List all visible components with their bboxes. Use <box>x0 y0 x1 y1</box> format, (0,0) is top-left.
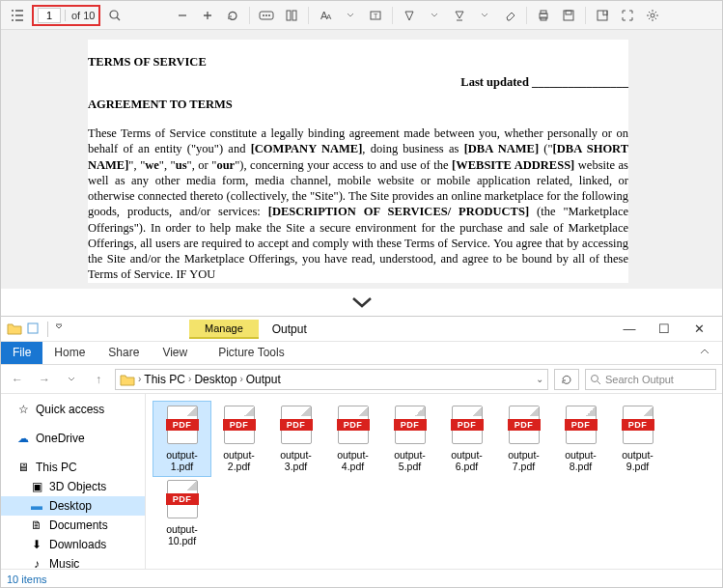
nav-onedrive[interactable]: ☁OneDrive <box>1 429 145 448</box>
desktop-icon: ▬ <box>30 499 43 513</box>
nav-pane: ☆Quick access ☁OneDrive 🖥This PC ▣3D Obj… <box>1 394 146 569</box>
svg-point-19 <box>592 375 598 381</box>
nav-music[interactable]: ♪Music <box>1 554 145 569</box>
minimize-button[interactable]: — <box>612 319 647 340</box>
search-placeholder: Search Output <box>605 374 674 385</box>
nav-desktop[interactable]: ▬Desktop <box>1 496 145 516</box>
chevron-down-icon[interactable] <box>424 5 445 26</box>
eraser-icon[interactable] <box>499 5 520 26</box>
ribbon-file[interactable]: File <box>1 342 42 364</box>
chevron-down-icon[interactable] <box>340 5 361 26</box>
tab-manage[interactable]: Manage <box>189 320 259 339</box>
ribbon-picture-tools[interactable]: Picture Tools <box>207 342 295 364</box>
save-icon[interactable] <box>558 5 579 26</box>
recent-dropdown[interactable] <box>61 369 82 390</box>
file-item[interactable]: PDFoutput-2.pdf <box>210 402 267 476</box>
svg-rect-6 <box>292 11 296 20</box>
print-icon[interactable] <box>533 5 554 26</box>
forward-button[interactable]: → <box>34 369 55 390</box>
pdf-content-area[interactable]: TERMS OF SERVICE Last updated __________… <box>1 30 722 289</box>
nav-3dobjects[interactable]: ▣3D Objects <box>1 477 145 496</box>
page-layout-icon[interactable] <box>281 5 302 26</box>
back-button[interactable]: ← <box>7 369 28 390</box>
fullscreen-icon[interactable] <box>617 5 638 26</box>
doc-body: These Terms of Service constitute a lega… <box>88 126 628 283</box>
file-item[interactable]: PDFoutput-3.pdf <box>267 402 324 476</box>
nav-thispc[interactable]: 🖥This PC <box>1 458 145 477</box>
file-label: output-10.pdf <box>155 524 209 546</box>
outline-icon[interactable] <box>7 5 28 26</box>
fit-width-icon[interactable] <box>256 5 277 26</box>
search-icon[interactable] <box>104 5 125 26</box>
file-item[interactable]: PDFoutput-6.pdf <box>438 402 495 476</box>
maximize-button[interactable]: ☐ <box>647 319 681 340</box>
folder-icon <box>7 322 22 337</box>
rotate-icon[interactable] <box>222 5 243 26</box>
ribbon-home[interactable]: Home <box>42 342 97 364</box>
pdf-file-icon: PDF <box>164 406 201 448</box>
search-icon <box>590 374 601 385</box>
download-icon: ⬇ <box>30 538 43 551</box>
nav-downloads[interactable]: ⬇Downloads <box>1 535 145 554</box>
file-grid[interactable]: PDFoutput-1.pdfPDFoutput-2.pdfPDFoutput-… <box>146 394 722 569</box>
zoom-in-icon[interactable] <box>197 5 218 26</box>
doc-heading-1: TERMS OF SERVICE <box>88 55 628 70</box>
up-button[interactable]: ↑ <box>88 369 109 390</box>
qat-dropdown-icon[interactable] <box>54 322 70 337</box>
file-item[interactable]: PDFoutput-9.pdf <box>609 402 666 476</box>
svg-point-3 <box>265 14 267 16</box>
file-label: output-6.pdf <box>440 450 494 472</box>
ribbon-share[interactable]: Share <box>97 342 151 364</box>
file-item[interactable]: PDFoutput-4.pdf <box>324 402 381 476</box>
underline-icon[interactable] <box>449 5 470 26</box>
pdf-file-icon: PDF <box>563 406 599 448</box>
file-item[interactable]: PDFoutput-7.pdf <box>495 402 552 476</box>
file-label: output-4.pdf <box>326 450 380 472</box>
search-input[interactable]: Search Output <box>585 369 716 390</box>
pdf-file-icon: PDF <box>449 406 486 448</box>
file-label: output-5.pdf <box>383 450 437 472</box>
svg-point-17 <box>651 14 654 17</box>
file-item[interactable]: PDFoutput-10.pdf <box>153 476 210 550</box>
file-label: output-2.pdf <box>212 450 266 472</box>
nav-quick-access[interactable]: ☆Quick access <box>1 400 145 419</box>
file-explorer: Manage Output — ☐ ✕ File Home Share View… <box>1 316 722 588</box>
close-button[interactable]: ✕ <box>681 319 716 340</box>
music-icon: ♪ <box>30 557 43 569</box>
refresh-button[interactable] <box>554 369 579 390</box>
text-tool-icon[interactable]: AA <box>315 5 336 26</box>
title-bar: Manage Output — ☐ ✕ <box>1 317 722 342</box>
chevron-down-icon[interactable] <box>474 5 495 26</box>
file-item[interactable]: PDFoutput-1.pdf <box>153 402 210 476</box>
breadcrumb-dropdown-icon[interactable]: ⌄ <box>536 374 543 384</box>
ribbon-collapse-icon[interactable] <box>687 342 722 364</box>
breadcrumb[interactable]: › This PC › Desktop › Output ⌄ <box>115 369 548 390</box>
breadcrumb-output[interactable]: Output <box>246 373 281 386</box>
pdf-file-icon: PDF <box>221 406 258 448</box>
collapse-chevron[interactable] <box>1 289 722 316</box>
svg-rect-15 <box>566 11 571 14</box>
zoom-out-icon[interactable] <box>172 5 193 26</box>
pdf-page: TERMS OF SERVICE Last updated __________… <box>88 40 628 283</box>
select-icon[interactable] <box>26 322 42 337</box>
window-title: Output <box>259 320 320 339</box>
svg-point-2 <box>263 14 264 16</box>
pdf-viewer: of 10 AA T TERMS OF SERVICE Last updated… <box>1 1 722 289</box>
nav-documents[interactable]: 🗎Documents <box>1 516 145 535</box>
breadcrumb-thispc[interactable]: This PC <box>144 373 185 386</box>
svg-rect-12 <box>541 11 546 14</box>
page-total: of 10 <box>65 10 95 21</box>
text-box-icon[interactable]: T <box>365 5 386 26</box>
page-input[interactable] <box>38 8 61 23</box>
status-bar: 10 items <box>1 569 722 588</box>
bookmark-icon[interactable] <box>592 5 613 26</box>
file-item[interactable]: PDFoutput-5.pdf <box>381 402 438 476</box>
highlight-icon[interactable] <box>399 5 420 26</box>
file-item[interactable]: PDFoutput-8.pdf <box>552 402 609 476</box>
folder-icon <box>120 373 135 386</box>
file-label: output-8.pdf <box>554 450 608 472</box>
ribbon-view[interactable]: View <box>151 342 199 364</box>
settings-icon[interactable] <box>642 5 663 26</box>
pdf-file-icon: PDF <box>278 406 315 448</box>
breadcrumb-desktop[interactable]: Desktop <box>194 373 236 386</box>
